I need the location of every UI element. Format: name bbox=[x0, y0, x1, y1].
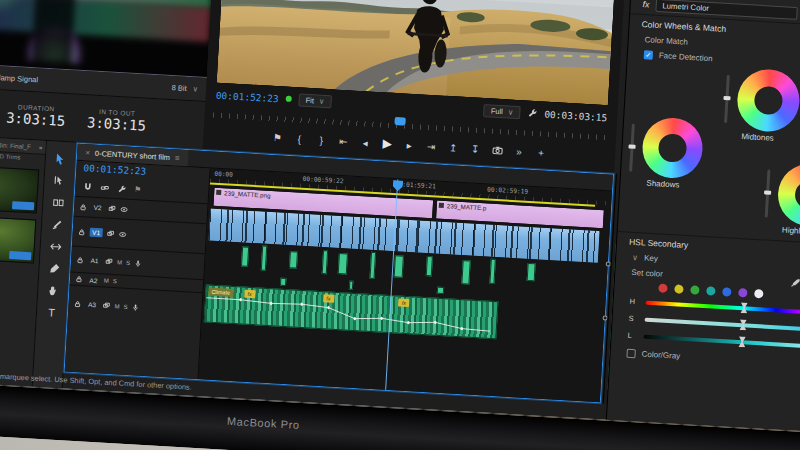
add-panel-button[interactable]: + bbox=[535, 145, 547, 160]
midtones-wheel[interactable] bbox=[736, 68, 800, 133]
timeline-settings-wrench-icon[interactable] bbox=[117, 179, 127, 197]
macbook: ✓ Clamp Signal 8 Bit ∨ 52:23 DURATION 3:… bbox=[0, 0, 800, 450]
zoom-level-select[interactable]: Fit ∨ bbox=[298, 93, 332, 108]
face-detection-checkbox[interactable]: ✓ bbox=[644, 50, 654, 60]
selection-tool[interactable] bbox=[53, 151, 68, 165]
swatch-white[interactable] bbox=[754, 289, 764, 299]
swatch-green[interactable] bbox=[690, 285, 700, 295]
monitor-playhead[interactable] bbox=[395, 117, 406, 126]
swatch-blue[interactable] bbox=[722, 287, 732, 297]
playback-resolution-select[interactable]: Full ∨ bbox=[484, 104, 521, 119]
audio-clip[interactable] bbox=[349, 281, 354, 290]
mute-button[interactable]: M bbox=[117, 259, 122, 265]
color-gray-label: Color/Gray bbox=[641, 350, 680, 361]
step-forward-button[interactable]: ▸ bbox=[403, 138, 415, 153]
shadows-wheel[interactable] bbox=[641, 116, 704, 179]
audio-clip[interactable] bbox=[369, 252, 375, 279]
mark-in-button[interactable]: { bbox=[294, 131, 306, 146]
marker-icon[interactable]: ⚑ bbox=[134, 185, 142, 194]
snap-magnet-icon[interactable] bbox=[83, 177, 93, 195]
track-header-a3[interactable]: A3 M S bbox=[68, 285, 203, 329]
shadows-luma-slider[interactable] bbox=[629, 124, 635, 172]
audio-clip[interactable] bbox=[437, 287, 444, 294]
audio-clip[interactable] bbox=[337, 253, 348, 275]
resolution-value: Full bbox=[491, 106, 504, 116]
audio-clip[interactable] bbox=[289, 251, 298, 268]
lift-button[interactable]: ↥ bbox=[447, 140, 459, 155]
add-marker-button[interactable]: ⚑ bbox=[272, 130, 284, 145]
shadows-label: Shadows bbox=[646, 179, 679, 190]
tab-bin-final[interactable]: Bin: Final_F bbox=[0, 141, 31, 150]
ripple-edit-tool[interactable] bbox=[51, 195, 66, 209]
slider-handle[interactable] bbox=[738, 336, 746, 347]
track-id: A1 bbox=[88, 257, 101, 265]
mark-out-button[interactable]: } bbox=[316, 132, 328, 147]
audio-clip[interactable] bbox=[261, 246, 267, 271]
export-frame-camera-icon[interactable] bbox=[491, 143, 503, 158]
eyedropper-icon[interactable] bbox=[790, 277, 800, 288]
sync-lock-icon bbox=[105, 257, 113, 265]
bit-depth-select[interactable]: 8 Bit bbox=[171, 83, 187, 93]
program-position-timecode[interactable]: 00:01:52:23 bbox=[216, 89, 279, 104]
play-button[interactable]: ▶ bbox=[381, 136, 393, 151]
macbook-logo-text: MacBook Pro bbox=[227, 415, 300, 431]
clip-thumbnail[interactable] bbox=[0, 165, 39, 214]
go-to-in-button[interactable]: ⇤ bbox=[338, 134, 350, 149]
hand-tool[interactable] bbox=[45, 283, 60, 297]
swatch-purple[interactable] bbox=[738, 288, 748, 298]
ruler-label: 00:00 bbox=[214, 170, 233, 178]
key-label: Key bbox=[644, 254, 658, 264]
audio-clip[interactable] bbox=[394, 255, 404, 278]
tab-overflow-icon[interactable]: » bbox=[39, 144, 43, 151]
step-back-button[interactable]: ◂ bbox=[359, 135, 371, 150]
type-tool[interactable]: T bbox=[44, 305, 59, 319]
clamp-signal-label: Clamp Signal bbox=[0, 73, 38, 85]
slider-handle[interactable] bbox=[740, 302, 748, 313]
close-icon[interactable]: × bbox=[85, 148, 90, 157]
go-to-out-button[interactable]: ⇥ bbox=[425, 139, 437, 154]
lock-icon bbox=[73, 299, 81, 307]
ruler-label: 00:02:59:19 bbox=[487, 185, 528, 194]
clip-label: Climate bbox=[208, 288, 233, 297]
solo-button[interactable]: S bbox=[113, 278, 117, 284]
color-gray-checkbox[interactable] bbox=[626, 349, 636, 359]
h-label: H bbox=[629, 297, 638, 306]
duration-display: DURATION 3:03:15 bbox=[6, 103, 66, 129]
swatch-red[interactable] bbox=[658, 283, 668, 293]
monitor-settings-wrench-icon[interactable] bbox=[527, 104, 538, 123]
ruler-label: 00:00:59:22 bbox=[302, 175, 343, 184]
audio-clip[interactable] bbox=[241, 246, 249, 266]
track-select-tool[interactable] bbox=[52, 173, 67, 187]
premiere-window: ✓ Clamp Signal 8 Bit ∨ 52:23 DURATION 3:… bbox=[0, 0, 800, 434]
mute-button[interactable]: M bbox=[104, 278, 109, 284]
panel-menu-icon[interactable]: ≡ bbox=[175, 153, 180, 162]
solo-button[interactable]: S bbox=[123, 303, 127, 309]
audio-clip[interactable] bbox=[426, 256, 433, 276]
audio-clip[interactable] bbox=[490, 259, 496, 284]
color-wheels: Midtones Shadows Highlights bbox=[618, 61, 800, 245]
audio-clip[interactable] bbox=[280, 278, 286, 286]
audio-clip[interactable] bbox=[462, 260, 471, 284]
lumetri-scopes-panel bbox=[0, 0, 215, 78]
audio-clip[interactable] bbox=[321, 250, 328, 274]
track-id: V2 bbox=[91, 204, 104, 212]
highlights-wheel[interactable] bbox=[776, 162, 800, 227]
linked-selection-icon[interactable] bbox=[100, 178, 110, 196]
slider-handle[interactable] bbox=[739, 319, 747, 330]
razor-tool[interactable] bbox=[49, 217, 64, 231]
midtones-luma-slider[interactable] bbox=[724, 75, 730, 123]
chevron-down-icon: ∨ bbox=[632, 253, 638, 262]
audio-clip[interactable] bbox=[526, 263, 535, 282]
swatch-yellow[interactable] bbox=[674, 284, 684, 294]
eye-icon bbox=[118, 230, 126, 238]
swatch-teal[interactable] bbox=[706, 286, 716, 296]
slip-tool[interactable] bbox=[48, 239, 63, 253]
highlights-luma-slider[interactable] bbox=[765, 170, 771, 218]
mute-button[interactable]: M bbox=[114, 303, 119, 309]
pen-tool[interactable] bbox=[47, 261, 62, 275]
button-overflow[interactable]: » bbox=[513, 144, 525, 159]
clip-thumbnail[interactable] bbox=[0, 215, 36, 264]
extract-button[interactable]: ↧ bbox=[469, 141, 481, 156]
bit-depth-chevron-icon[interactable]: ∨ bbox=[192, 84, 198, 93]
solo-button[interactable]: S bbox=[126, 259, 130, 265]
